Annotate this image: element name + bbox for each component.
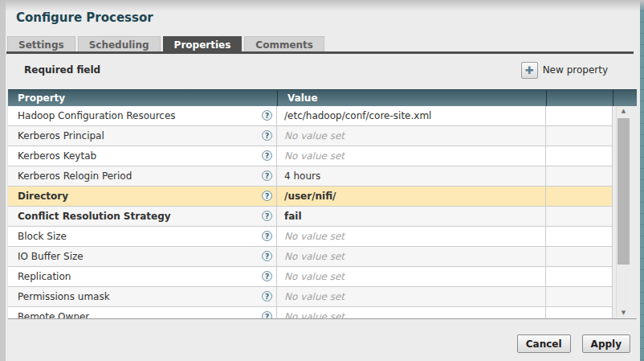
new-property-label: New property [543,64,608,76]
table-row[interactable]: Block Size ? No value set [8,227,613,247]
help-icon[interactable]: ? [262,231,272,241]
required-field-label: Required field [24,64,100,76]
column-header-property[interactable]: Property [8,90,277,106]
property-value[interactable]: No value set [277,267,546,286]
property-value[interactable]: No value set [277,126,546,146]
property-cell: Conflict Resolution Strategy ? [8,207,277,226]
dialog-title: Configure Processor [16,10,153,25]
cancel-button[interactable]: Cancel [517,334,571,353]
property-name: Directory [18,191,68,202]
table-body: Hadoop Configuration Resources ? /etc/ha… [8,106,637,319]
property-name: Block Size [18,231,67,242]
help-icon[interactable]: ? [262,211,272,221]
property-cell: IO Buffer Size ? [8,247,277,266]
filler-cell [546,106,613,125]
help-icon[interactable]: ? [262,110,272,121]
tabbar: Settings Scheduling Properties Comments [7,36,324,52]
property-value[interactable]: No value set [277,287,546,306]
property-value[interactable]: No value set [277,146,546,166]
scrollbar[interactable]: ▲ ▼ [616,106,630,319]
filler-cell [546,126,613,146]
filler-cell [546,166,613,186]
scrollbar-thumb[interactable] [618,118,630,265]
property-name: Kerberos Relogin Period [18,170,132,182]
help-icon[interactable]: ? [262,251,272,261]
help-icon[interactable]: ? [262,271,272,281]
filler-cell [546,247,613,266]
property-value[interactable]: No value set [277,307,546,319]
property-value[interactable]: /user/nifi/ [277,187,546,206]
help-icon[interactable]: ? [262,311,272,319]
help-icon[interactable]: ? [262,191,272,201]
property-name: Hadoop Configuration Resources [18,110,176,121]
scroll-down-icon[interactable]: ▼ [617,308,630,318]
property-cell: Hadoop Configuration Resources ? [8,106,277,125]
property-cell: Kerberos Keytab ? [8,146,277,166]
scroll-up-icon[interactable]: ▲ [617,106,630,117]
help-icon[interactable]: ? [262,150,272,161]
column-header-empty [546,90,613,106]
dialog-button-bar: Cancel Apply [517,334,630,353]
column-header-value[interactable]: Value [277,90,546,106]
configure-processor-dialog: Configure Processor Settings Scheduling … [6,0,640,361]
property-name: Permissions umask [18,291,110,302]
property-value[interactable]: No value set [277,227,546,246]
help-icon[interactable]: ? [262,170,272,181]
help-icon[interactable]: ? [262,291,272,302]
filler-cell [546,307,613,319]
property-cell: Replication ? [8,267,277,286]
tab-underline [6,51,634,54]
property-cell: Permissions umask ? [8,287,277,306]
table-row[interactable]: Kerberos Relogin Period ? 4 hours [8,166,613,187]
filler-cell [546,267,613,286]
table-row[interactable]: Hadoop Configuration Resources ? /etc/ha… [8,106,613,126]
filler-cell [546,146,613,166]
table-row[interactable]: IO Buffer Size ? No value set [8,247,613,267]
table-row[interactable]: Kerberos Keytab ? No value set [8,146,613,166]
column-header-scroll [613,90,637,106]
filler-cell [546,287,613,306]
property-value[interactable]: /etc/hadoop/conf/core-site.xml [277,106,546,125]
property-name: Kerberos Principal [18,130,104,142]
tab-properties[interactable]: Properties [163,36,243,52]
table-row[interactable]: Permissions umask ? No value set [8,287,613,307]
filler-cell [546,227,613,246]
property-value[interactable]: 4 hours [277,166,546,186]
property-name: Conflict Resolution Strategy [18,211,171,222]
property-cell: Block Size ? [8,227,277,246]
property-name: Kerberos Keytab [18,150,96,162]
canvas-background [640,0,644,361]
property-cell: Kerberos Relogin Period ? [8,166,277,186]
property-cell: Kerberos Principal ? [8,126,277,146]
property-cell: Directory ? [8,187,277,206]
property-name: Replication [18,271,71,282]
help-icon[interactable]: ? [262,130,272,141]
table-row[interactable]: Directory ? /user/nifi/ [8,187,613,207]
table-header: Property Value [8,89,637,106]
properties-table: Property Value Hadoop Configuration Reso… [8,89,637,319]
property-name: IO Buffer Size [18,251,84,262]
filler-cell [546,187,613,206]
plus-icon[interactable]: ✚ [521,62,538,79]
new-property-button[interactable]: ✚ New property [521,61,608,79]
table-row[interactable]: Remote Owner ? No value set [8,307,613,319]
tab-settings[interactable]: Settings [7,36,75,52]
property-cell: Remote Owner ? [8,307,277,319]
property-value[interactable]: fail [277,207,546,226]
tab-comments[interactable]: Comments [244,36,324,52]
property-value[interactable]: No value set [277,247,546,266]
table-row[interactable]: Kerberos Principal ? No value set [8,126,613,146]
apply-button[interactable]: Apply [582,334,630,353]
tab-scheduling[interactable]: Scheduling [78,36,161,52]
table-row[interactable]: Replication ? No value set [8,267,613,287]
table-row[interactable]: Conflict Resolution Strategy ? fail [8,207,613,227]
filler-cell [546,207,613,226]
property-name: Remote Owner [18,311,89,319]
